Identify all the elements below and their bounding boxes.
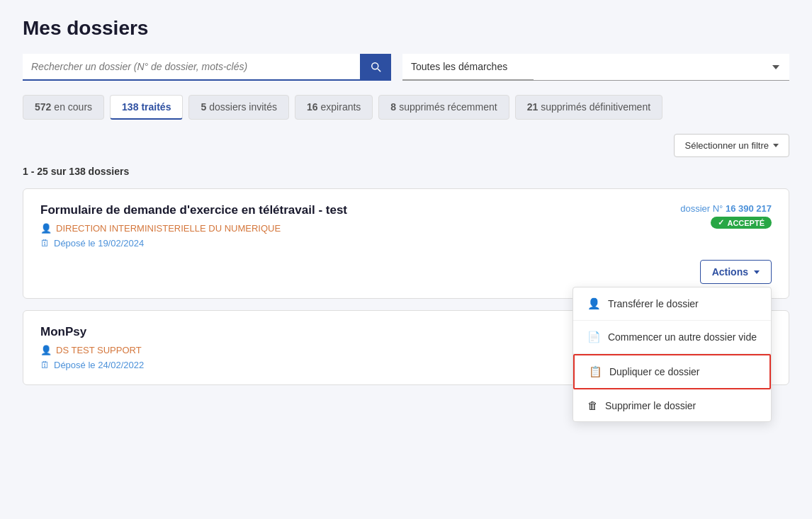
results-count: 1 - 25 sur 138 dossiers (23, 166, 789, 177)
duplicate-icon (589, 365, 602, 378)
page-title: Mes dossiers (23, 17, 789, 40)
person-icon: 👤 (40, 345, 52, 355)
search-wrapper (23, 54, 391, 81)
dossier-right: dossier N° 16 390 217 ACCEPTÉ (680, 203, 772, 229)
dossiers-list: Formulaire de demande d'exercice en télé… (23, 188, 789, 385)
dropdown-item-label: Supprimer le dossier (605, 400, 696, 411)
tab-count: 138 (122, 101, 138, 113)
new-doc-icon (587, 331, 601, 343)
transfer-icon (587, 297, 601, 310)
page-container: Mes dossiers Toutes les démarches 572en … (0, 0, 812, 519)
filter-button[interactable]: Sélectionner un filtre (674, 134, 789, 157)
tabs-row: 572en cours138traités5dossiers invités16… (23, 95, 789, 120)
tab-label: dossiers invités (209, 101, 277, 113)
search-row: Toutes les démarches (23, 54, 789, 81)
dossier-date: 🗓 Déposé le 19/02/2024 (40, 238, 666, 249)
tab-label: en cours (54, 101, 92, 113)
tab-count: 16 (307, 101, 318, 113)
tab-count: 8 (390, 101, 396, 113)
tab-count: 572 (35, 101, 51, 113)
dropdown-item-label: Commencer un autre dossier vide (608, 331, 757, 343)
tab-count: 21 (527, 101, 538, 113)
tab-expirants[interactable]: 16expirants (295, 95, 373, 120)
dossier-meta: Formulaire de demande d'exercice en télé… (40, 203, 772, 249)
actions-button[interactable]: Actions (700, 260, 772, 284)
calendar-icon: 🗓 (40, 360, 50, 370)
dossier-card-d1: Formulaire de demande d'exercice en télé… (23, 188, 789, 299)
filter-row: Sélectionner un filtre (23, 134, 789, 157)
dossier-title: Formulaire de demande d'exercice en télé… (40, 203, 666, 217)
search-input[interactable] (23, 54, 391, 79)
demarches-select[interactable]: Toutes les démarches (402, 54, 534, 80)
dropdown-item-delete[interactable]: Supprimer le dossier (573, 389, 771, 421)
dropdown-item-new-empty[interactable]: Commencer un autre dossier vide (573, 321, 771, 354)
actions-area: Actions Transférer le dossier Commencer … (40, 260, 772, 284)
tab-supprimes-recemment[interactable]: 8supprimés récemment (378, 95, 509, 120)
dropdown-item-transfer[interactable]: Transférer le dossier (573, 287, 771, 321)
dossier-number: dossier N° 16 390 217 (680, 203, 772, 214)
demarches-select-wrapper: Toutes les démarches (402, 54, 789, 81)
search-button[interactable] (360, 54, 391, 79)
tab-label: traités (141, 101, 171, 113)
tab-label: expirants (321, 101, 361, 113)
tab-traites[interactable]: 138traités (110, 95, 183, 120)
tab-en-cours[interactable]: 572en cours (23, 95, 104, 120)
status-badge: ACCEPTÉ (711, 217, 772, 229)
search-icon (369, 60, 382, 73)
dropdown-item-label: Transférer le dossier (608, 298, 699, 309)
actions-dropdown: Transférer le dossier Commencer un autre… (573, 287, 772, 422)
dossier-left: Formulaire de demande d'exercice en télé… (40, 203, 666, 249)
delete-icon (587, 399, 598, 411)
tab-supprimes-definitivement[interactable]: 21supprimés définitivement (515, 95, 662, 120)
tab-label: supprimés définitivement (541, 101, 650, 113)
dropdown-item-duplicate[interactable]: Dupliquer ce dossier (573, 354, 771, 389)
tab-label: supprimés récemment (399, 101, 497, 113)
dropdown-item-label: Dupliquer ce dossier (609, 366, 700, 377)
tab-count: 5 (201, 101, 206, 113)
tab-dossiers-invites[interactable]: 5dossiers invités (188, 95, 289, 120)
person-icon: 👤 (40, 223, 52, 234)
calendar-icon: 🗓 (40, 238, 50, 249)
dossier-org: 👤 DIRECTION INTERMINISTERIELLE DU NUMERI… (40, 223, 666, 234)
